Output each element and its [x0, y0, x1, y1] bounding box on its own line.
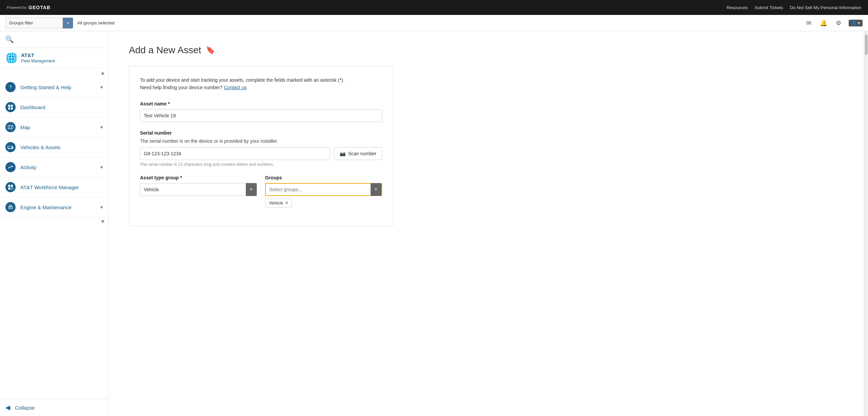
- sidebar-item-workforce[interactable]: AT&T Workforce Manager: [0, 177, 108, 197]
- asset-name-label: Asset name *: [140, 101, 382, 106]
- vehicle-tag-label: Vehicle: [269, 200, 283, 205]
- engine-icon: [5, 202, 16, 212]
- svg-rect-6: [11, 105, 13, 107]
- svg-rect-7: [8, 107, 10, 110]
- sidebar-scroll-bottom: ▼: [0, 217, 108, 226]
- asset-type-dropdown[interactable]: ▾: [140, 183, 257, 196]
- asset-name-input[interactable]: [140, 109, 382, 122]
- gear-icon[interactable]: ⚙: [834, 18, 843, 28]
- activity-chevron-icon: ▾: [100, 164, 103, 170]
- getting-started-label: Getting Started & Help: [20, 84, 96, 90]
- page-title-row: Add a New Asset 🔖: [129, 45, 844, 56]
- dashboard-icon: [5, 102, 16, 112]
- sidebar-item-vehicles[interactable]: Vehicles & Assets: [0, 137, 108, 157]
- serial-number-section: Serial number The serial number is on th…: [140, 130, 382, 167]
- sidebar-brand: AT&T Fleet Management: [0, 48, 108, 68]
- scroll-down-icon[interactable]: ▼: [100, 219, 105, 225]
- workforce-label: AT&T Workforce Manager: [20, 184, 103, 190]
- user-dropdown[interactable]: 👤 ▾: [849, 20, 863, 26]
- do-not-sell-link[interactable]: Do Not Sell My Personal Information: [790, 5, 861, 10]
- sidebar: 🔍 AT&T Fleet Management ▲ ? Get: [0, 31, 108, 416]
- contact-us-link[interactable]: Contact us: [224, 85, 247, 90]
- asset-type-arrow-icon[interactable]: ▾: [246, 183, 257, 196]
- scan-button-label: Scan number: [348, 151, 376, 156]
- submit-tickets-link[interactable]: Submit Tickets: [754, 5, 783, 10]
- asset-type-group-col: Asset type group * ▾: [140, 175, 257, 196]
- bell-icon[interactable]: 🔔: [819, 18, 828, 28]
- sidebar-item-map[interactable]: Map ▾: [0, 117, 108, 137]
- brand-text: AT&T Fleet Management: [21, 52, 55, 64]
- vehicle-tag-close-icon[interactable]: ×: [285, 200, 288, 206]
- form-intro: To add your device and start tracking yo…: [140, 76, 382, 92]
- engine-chevron-icon: ▾: [100, 204, 103, 210]
- main-layout: 🔍 AT&T Fleet Management ▲ ? Get: [0, 31, 868, 416]
- workforce-icon: [5, 182, 16, 192]
- serial-number-input[interactable]: [140, 147, 330, 160]
- page-title: Add a New Asset: [129, 45, 201, 56]
- scroll-up-icon[interactable]: ▲: [100, 70, 105, 76]
- groups-arrow-icon[interactable]: ▾: [371, 183, 381, 196]
- groups-filter-label: Groups filter: [6, 20, 63, 25]
- serial-number-label: Serial number: [140, 130, 382, 136]
- sidebar-item-engine[interactable]: Engine & Maintenance ▾: [0, 197, 108, 217]
- asset-type-input[interactable]: [140, 187, 246, 192]
- scan-number-button[interactable]: 📷 Scan number: [334, 147, 382, 160]
- brand-logo: Powered by GEOTAB: [7, 5, 51, 10]
- vehicles-icon: [5, 142, 16, 152]
- sidebar-item-getting-started[interactable]: ? Getting Started & Help ▾: [0, 77, 108, 97]
- map-label: Map: [20, 124, 96, 130]
- activity-label: Activity: [20, 164, 96, 170]
- svg-rect-20: [9, 205, 12, 206]
- sidebar-collapse-button[interactable]: ◀ Collapse: [0, 399, 108, 416]
- groups-dropdown[interactable]: ▾: [265, 183, 382, 196]
- search-icon[interactable]: 🔍: [5, 36, 14, 43]
- asset-type-label: Asset type group *: [140, 175, 257, 180]
- scrollbar[interactable]: [864, 31, 868, 416]
- brand-name: AT&T: [21, 52, 55, 59]
- svg-rect-15: [8, 185, 10, 187]
- sidebar-item-activity[interactable]: Activity ▾: [0, 157, 108, 177]
- serial-number-hint1: The serial number is on the device or is…: [140, 138, 382, 144]
- geotab-logo: GEOTAB: [28, 5, 51, 10]
- top-nav: Powered by GEOTAB Resources Submit Ticke…: [0, 0, 868, 15]
- groups-filter-dropdown[interactable]: Groups filter ▾: [5, 18, 73, 28]
- form-card: To add your device and start tracking yo…: [129, 66, 393, 226]
- activity-icon: [5, 162, 16, 172]
- svg-rect-18: [11, 187, 13, 190]
- svg-rect-5: [8, 105, 10, 107]
- serial-number-row: 📷 Scan number: [140, 147, 382, 160]
- scrollbar-thumb[interactable]: [865, 35, 868, 55]
- groups-label: Groups: [265, 175, 382, 180]
- dashboard-label: Dashboard: [20, 104, 103, 110]
- groups-input[interactable]: [266, 187, 371, 192]
- map-chevron-icon: ▾: [100, 124, 103, 130]
- groups-filter-arrow-icon[interactable]: ▾: [63, 18, 73, 28]
- vehicles-label: Vehicles & Assets: [20, 144, 103, 150]
- powered-by-text: Powered by: [7, 5, 26, 9]
- filter-bar-icons: ✉ 🔔 ⚙ 👤 ▾: [804, 18, 863, 28]
- att-logo: [5, 52, 18, 64]
- svg-rect-16: [11, 185, 13, 187]
- getting-started-chevron-icon: ▾: [100, 84, 103, 90]
- user-dropdown-arrow: ▾: [858, 21, 860, 25]
- sidebar-item-dashboard[interactable]: Dashboard: [0, 97, 108, 117]
- mail-icon[interactable]: ✉: [804, 18, 813, 28]
- sidebar-search[interactable]: 🔍: [0, 31, 108, 48]
- top-nav-right: Resources Submit Tickets Do Not Sell My …: [727, 5, 861, 10]
- filter-bar: Groups filter ▾ All groups selected ✉ 🔔 …: [0, 15, 868, 31]
- resources-link[interactable]: Resources: [727, 5, 748, 10]
- top-nav-left: Powered by GEOTAB: [7, 5, 51, 10]
- collapse-arrow-icon: ◀: [5, 404, 10, 411]
- bookmark-icon[interactable]: 🔖: [206, 46, 215, 55]
- engine-label: Engine & Maintenance: [20, 204, 96, 210]
- groups-selected-text: All groups selected: [77, 20, 115, 25]
- type-groups-section: Asset type group * ▾ Groups ▾ Vehicle: [140, 175, 382, 207]
- svg-rect-8: [11, 107, 13, 110]
- groups-col: Groups ▾ Vehicle ×: [265, 175, 382, 207]
- asset-name-section: Asset name *: [140, 101, 382, 122]
- svg-rect-17: [8, 187, 10, 190]
- intro-line2: Need help finding your device number? Co…: [140, 84, 382, 91]
- main-content: Add a New Asset 🔖 To add your device and…: [108, 31, 864, 416]
- intro-line1: To add your device and start tracking yo…: [140, 76, 382, 84]
- getting-started-icon: ?: [5, 82, 16, 92]
